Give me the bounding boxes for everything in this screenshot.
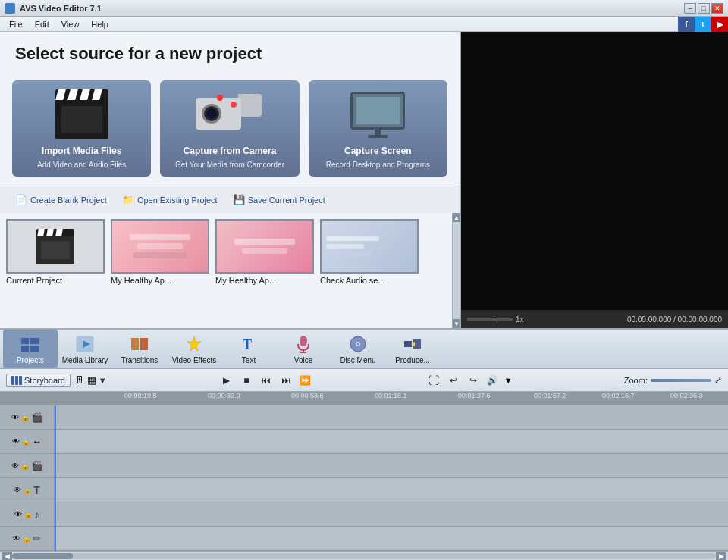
tool-disc-menu[interactable]: Disc Menu <box>331 330 385 368</box>
media-icon <box>74 333 96 355</box>
eye-icon-4: 👁 <box>14 486 21 494</box>
capture-camera-option[interactable]: Capture from Camera Get Your Media from … <box>160 80 299 177</box>
menu-edit[interactable]: Edit <box>29 17 55 31</box>
recent-title-1: Current Project <box>6 274 105 285</box>
monitor-icon-container <box>340 88 416 141</box>
youtube-button[interactable]: ▶ <box>711 17 728 32</box>
twitter-button[interactable]: t <box>695 17 711 32</box>
overlay-track-icon: 🎬 <box>31 460 43 471</box>
eye-icon-3: 👁 <box>11 461 19 470</box>
time-display: 00:00:00.000 / 00:00:00.000 <box>627 315 722 324</box>
tool-video-effects[interactable]: Video Effects <box>167 330 221 368</box>
preview-video <box>461 32 728 310</box>
tool-projects[interactable]: Projects <box>3 330 58 368</box>
tool-produce[interactable]: Produce... <box>385 330 440 368</box>
import-subtitle: Add Video and Audio Files <box>37 161 126 169</box>
produce-icon <box>402 333 423 355</box>
text-track-icon: T <box>33 484 40 496</box>
tool-text[interactable]: T Text <box>221 330 276 368</box>
minimize-button[interactable]: – <box>684 3 696 14</box>
recent-thumb-4 <box>320 219 419 274</box>
voice-icon <box>293 333 314 355</box>
svg-point-11 <box>300 336 307 346</box>
track-row-fx <box>55 527 728 551</box>
svg-marker-9 <box>187 336 201 351</box>
volume-button[interactable]: 🔊 <box>485 372 501 389</box>
scroll-left-button[interactable]: ◀ <box>2 552 12 560</box>
tool-voice[interactable]: Voice <box>276 330 331 368</box>
lock-icon-4: 🔒 <box>23 486 32 494</box>
timeline-scrollbar[interactable]: ◀ ▶ <box>0 551 728 560</box>
track-label-fx: 👁 🔒 ✏ <box>0 527 54 551</box>
close-button[interactable]: ✕ <box>711 3 723 14</box>
recent-item-1[interactable]: Current Project <box>6 219 105 285</box>
svg-rect-2 <box>21 346 29 352</box>
tool-transitions[interactable]: Transitions <box>112 330 167 368</box>
create-blank-button[interactable]: 📄 Create Blank Project <box>12 192 110 207</box>
recent-thumb-1 <box>6 219 105 274</box>
capture-screen-option[interactable]: Capture Screen Record Desktop and Progra… <box>309 80 447 177</box>
scrollbar-track[interactable] <box>12 553 716 559</box>
fx-track-icon: ✏ <box>33 533 41 544</box>
screen-controls: ⛶ ↩ ↪ 🔊 ▼ <box>425 372 513 389</box>
speed-label: 1x <box>516 315 524 324</box>
facebook-button[interactable]: f <box>678 17 695 32</box>
save-project-button[interactable]: 💾 Save Current Project <box>230 192 328 207</box>
lock-icon-2: 🔒 <box>21 437 30 446</box>
rewind-button[interactable]: ⏮ <box>258 372 275 389</box>
scroll-right-button[interactable]: ▶ <box>716 552 726 560</box>
import-title: Import Media Files <box>42 145 121 156</box>
tool-media-library[interactable]: Media Library <box>58 330 112 368</box>
fullscreen-button[interactable]: ⛶ <box>425 372 442 389</box>
menu-view[interactable]: View <box>55 17 86 31</box>
left-panel: Select source for a new project <box>0 32 461 328</box>
menu-file[interactable]: File <box>3 17 29 31</box>
fast-forward-button[interactable]: ⏩ <box>297 372 314 389</box>
recent-item-2[interactable]: My Healthy Ap... <box>111 219 209 285</box>
zoom-controls: Zoom: ⤢ <box>624 375 722 386</box>
audio-wave-button[interactable]: 🎚 <box>75 374 85 386</box>
svg-rect-3 <box>30 346 39 352</box>
audio-controls: 🎚 ▦ ▼ <box>75 374 107 386</box>
import-media-option[interactable]: Import Media Files Add Video and Audio F… <box>12 80 151 177</box>
save-icon: 💾 <box>233 194 245 205</box>
capture-screen-subtitle: Record Desktop and Programs <box>326 161 430 169</box>
time-total: 00:00:00.000 <box>678 315 722 324</box>
main-layout: Select source for a new project <box>0 32 728 560</box>
project-actions: 📄 Create Blank Project 📁 Open Existing P… <box>0 186 460 213</box>
maximize-button[interactable]: □ <box>698 3 710 14</box>
stop-button[interactable]: ■ <box>238 372 255 389</box>
grid-view-button[interactable]: ▦ <box>87 374 96 386</box>
volume-options-button[interactable]: ▼ <box>504 376 513 385</box>
recent-item-4[interactable]: Check Audio se... <box>320 219 419 285</box>
open-project-button[interactable]: 📁 Open Existing Project <box>119 192 221 207</box>
play-button[interactable]: ▶ <box>218 372 235 389</box>
zoom-slider[interactable] <box>651 379 711 382</box>
import-icon-container <box>44 88 120 141</box>
projects-label: Projects <box>17 356 44 364</box>
window-controls: – □ ✕ <box>684 3 723 14</box>
rotate-left-button[interactable]: ↩ <box>445 372 462 389</box>
disc-icon <box>347 333 369 355</box>
svg-text:T: T <box>243 337 252 352</box>
text-label: Text <box>242 356 256 364</box>
folder-icon: 📁 <box>122 194 134 205</box>
title-bar: AVS Video Editor 7.1 – □ ✕ <box>0 0 728 17</box>
effects-label: Video Effects <box>172 356 217 364</box>
recent-item-3[interactable]: My Healthy Ap... <box>215 219 314 285</box>
forward-button[interactable]: ⏭ <box>278 372 294 389</box>
storyboard-button[interactable]: Storyboard <box>6 374 71 387</box>
timeline-cursor <box>55 405 56 551</box>
menu-help[interactable]: Help <box>85 17 115 31</box>
clapper-icon <box>55 89 108 139</box>
camera-subtitle: Get Your Media from Camcorder <box>175 161 284 169</box>
text-icon: T <box>238 333 259 355</box>
transitions-icon <box>129 333 150 355</box>
grid-options-button[interactable]: ▼ <box>99 376 107 385</box>
scrollbar-thumb[interactable] <box>12 553 73 559</box>
blank-icon: 📄 <box>15 194 27 205</box>
rotate-right-button[interactable]: ↪ <box>465 372 482 389</box>
zoom-expand-button[interactable]: ⤢ <box>714 375 722 386</box>
timeline-tracks: 👁 🔒 🎬 👁 🔒 ↔ 👁 🔒 🎬 👁 🔒 T <box>0 405 728 551</box>
eye-icon-1: 👁 <box>11 413 19 421</box>
